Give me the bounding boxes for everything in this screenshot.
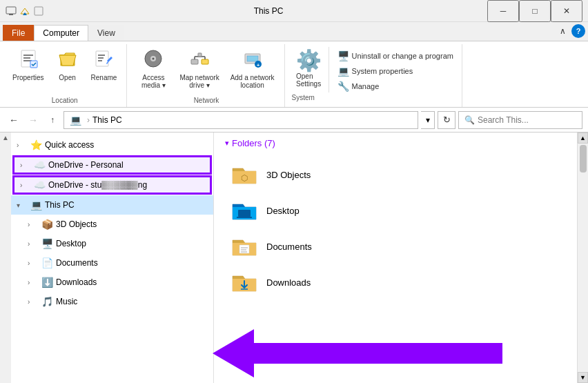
ribbon-add-network-button[interactable]: + Add a networklocation bbox=[226, 47, 279, 90]
maximize-button[interactable]: □ bbox=[519, 0, 551, 22]
scroll-down-button[interactable]: ▼ bbox=[578, 372, 588, 383]
address-bar-row: ← → ↑ 💻 › This PC ▾ ↻ 🔍 bbox=[0, 108, 588, 132]
help-button[interactable]: ? bbox=[571, 24, 585, 38]
ribbon-access-media-button[interactable]: Accessmedia ▾ bbox=[134, 47, 173, 90]
ribbon-map-network-button[interactable]: Map networkdrive ▾ bbox=[175, 47, 223, 90]
open-icon bbox=[57, 48, 78, 72]
address-box[interactable]: 💻 › This PC bbox=[63, 111, 418, 129]
sidebar-item-music[interactable]: › 🎵 Music bbox=[11, 292, 213, 311]
svg-rect-9 bbox=[191, 59, 198, 64]
sidebar-chevron-onedrive-stu: › bbox=[20, 181, 31, 189]
system-props-icon: 💻 bbox=[337, 66, 349, 77]
ribbon-uninstall-button[interactable]: 🖥️ Uninstall or change a program bbox=[335, 50, 456, 62]
title-bar-icon3 bbox=[33, 6, 44, 17]
back-button[interactable]: ← bbox=[6, 112, 22, 128]
folder-item-downloads[interactable]: Downloads bbox=[225, 264, 566, 300]
sidebar-item-onedrive-personal[interactable]: › ☁️ OneDrive - Personal bbox=[12, 155, 212, 175]
sidebar-icon-onedrive-stu: ☁️ bbox=[34, 179, 46, 190]
folder-icon-3d-objects: ⬡ bbox=[231, 161, 258, 188]
ribbon-system-props-button[interactable]: 💻 System properties bbox=[335, 65, 456, 77]
svg-rect-14 bbox=[198, 53, 202, 57]
sidebar-icon-onedrive-personal: ☁️ bbox=[34, 159, 46, 170]
sidebar-icon-music: 🎵 bbox=[41, 296, 53, 307]
tab-computer[interactable]: Computer bbox=[34, 25, 88, 41]
ribbon-tabs: File Computer View ∧ ? bbox=[0, 22, 588, 41]
sidebar-label-quick-access: Quick access bbox=[45, 140, 208, 150]
svg-rect-5 bbox=[96, 51, 108, 66]
folders-header: ▾ Folders (7) bbox=[225, 138, 566, 148]
system-group-label: System bbox=[292, 92, 456, 104]
ribbon-group-network: Accessmedia ▾ Map networkdrive ▾ + Add a… bbox=[128, 44, 284, 107]
svg-rect-0 bbox=[6, 7, 16, 14]
scroll-thumb[interactable] bbox=[580, 145, 587, 173]
folder-item-3d-objects[interactable]: ⬡ 3D Objects bbox=[225, 157, 566, 193]
address-dropdown-button[interactable]: ▾ bbox=[421, 111, 435, 129]
ribbon-manage-button[interactable]: 🔧 Manage bbox=[335, 80, 456, 92]
rename-icon bbox=[93, 48, 114, 72]
sidebar-label-onedrive-stu: OneDrive - stu▓▓▓▓▓▓ng bbox=[48, 180, 204, 190]
sidebar-icon-quick-access: ⭐ bbox=[30, 139, 42, 150]
sidebar-label-3d-objects: 3D Objects bbox=[56, 219, 208, 229]
up-button[interactable]: ↑ bbox=[44, 112, 61, 128]
rename-label: Rename bbox=[91, 74, 117, 81]
minimize-button[interactable]: ─ bbox=[487, 0, 519, 22]
sidebar-item-desktop[interactable]: › 🖥️ Desktop bbox=[11, 234, 213, 253]
ribbon-group-location: Properties Open Rename Location bbox=[3, 44, 127, 107]
ribbon-rename-button[interactable]: Rename bbox=[87, 47, 121, 83]
folder-item-desktop[interactable]: Desktop bbox=[225, 193, 566, 228]
search-input[interactable] bbox=[478, 115, 576, 125]
svg-rect-2 bbox=[35, 7, 43, 15]
folder-icon-downloads bbox=[231, 268, 258, 296]
sidebar-label-onedrive-personal: OneDrive - Personal bbox=[48, 160, 204, 170]
forward-button[interactable]: → bbox=[25, 112, 41, 128]
folder-name-downloads: Downloads bbox=[266, 277, 311, 288]
map-network-icon bbox=[189, 48, 210, 72]
ribbon-open-button[interactable]: Open bbox=[51, 47, 84, 83]
address-path: This PC bbox=[92, 115, 122, 125]
sidebar-chevron-documents: › bbox=[28, 259, 39, 267]
sidebar-icon-this-pc: 💻 bbox=[30, 199, 42, 210]
add-network-icon: + bbox=[242, 48, 263, 72]
folders-section: ▾ Folders (7) ⬡ 3D Objects bbox=[225, 138, 566, 377]
manage-icon: 🔧 bbox=[337, 81, 349, 92]
sidebar-icon-documents: 📄 bbox=[41, 257, 53, 268]
content-area: ▾ Folders (7) ⬡ 3D Objects bbox=[214, 132, 577, 383]
properties-label: Properties bbox=[12, 74, 44, 81]
sidebar-chevron-downloads: › bbox=[28, 279, 39, 286]
address-separator: › bbox=[87, 115, 90, 125]
search-box: 🔍 bbox=[458, 111, 582, 129]
tab-view[interactable]: View bbox=[88, 25, 124, 41]
ribbon-group-system: ⚙️ OpenSettings 🖥️ Uninstall or change a… bbox=[286, 44, 462, 107]
address-computer-icon: 💻 bbox=[70, 115, 81, 126]
refresh-button[interactable]: ↻ bbox=[438, 111, 455, 129]
close-button[interactable]: ✕ bbox=[551, 0, 582, 22]
title-bar: This PC ─ □ ✕ bbox=[0, 0, 588, 22]
folder-icon-documents bbox=[231, 233, 258, 260]
main-area: ▲ › ⭐ Quick access › ☁️ OneDrive - Perso… bbox=[0, 132, 588, 383]
sidebar-item-onedrive-stu[interactable]: › ☁️ OneDrive - stu▓▓▓▓▓▓ng bbox=[12, 175, 212, 195]
folder-item-documents[interactable]: Documents bbox=[225, 228, 566, 264]
location-group-label: Location bbox=[52, 95, 78, 107]
sidebar-item-documents[interactable]: › 📄 Documents bbox=[11, 253, 213, 273]
access-media-icon bbox=[143, 48, 164, 72]
sidebar-scroll-up[interactable]: ▲ bbox=[2, 134, 9, 141]
sidebar-item-downloads[interactable]: › ⬇️ Downloads bbox=[11, 273, 213, 292]
sidebar-item-quick-access[interactable]: › ⭐ Quick access bbox=[11, 135, 213, 155]
ribbon-open-settings-button[interactable]: ⚙️ OpenSettings bbox=[292, 47, 326, 92]
sidebar-chevron-3d-objects: › bbox=[28, 221, 39, 228]
content-scrollbar[interactable]: ▲ ▼ bbox=[577, 132, 588, 383]
sidebar-icon-desktop: 🖥️ bbox=[41, 238, 53, 249]
sidebar-item-3d-objects[interactable]: › 📦 3D Objects bbox=[11, 215, 213, 234]
folder-name-desktop: Desktop bbox=[266, 206, 300, 216]
sidebar-item-this-pc[interactable]: ▾ 💻 This PC bbox=[11, 195, 213, 215]
sidebar-chevron-quick-access: › bbox=[17, 141, 28, 149]
title-text: This PC bbox=[50, 6, 487, 16]
sidebar-chevron-desktop: › bbox=[28, 240, 39, 248]
tab-file[interactable]: File bbox=[3, 25, 34, 41]
folder-icon-desktop bbox=[231, 197, 258, 224]
title-bar-icon2 bbox=[19, 6, 30, 17]
ribbon-properties-button[interactable]: Properties bbox=[8, 47, 48, 83]
svg-rect-1 bbox=[9, 14, 13, 15]
scroll-up-button[interactable]: ▲ bbox=[578, 132, 588, 144]
add-network-label: Add a networklocation bbox=[231, 74, 275, 89]
